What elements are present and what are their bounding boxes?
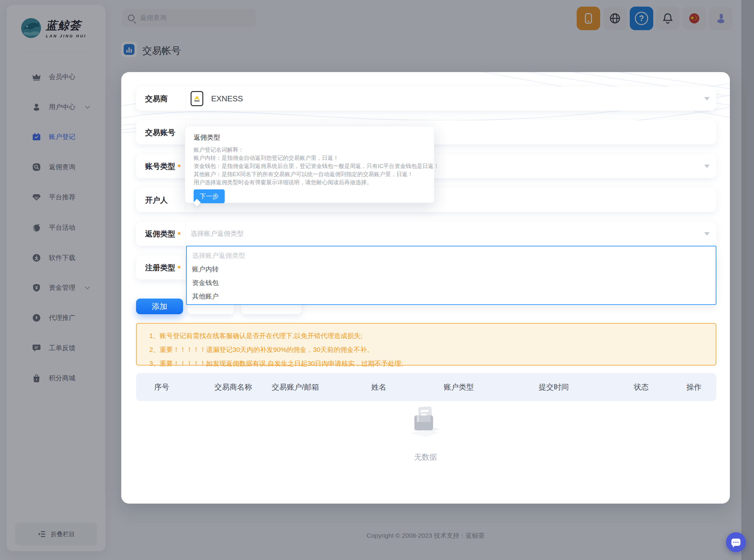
rebate-type-popover: 返佣类型 账户登记名词解释： 账户内转：是指佣金自动返到您登记的交易账户里，日返… [185,126,434,203]
popover-title: 返佣类型 [194,133,425,142]
rebate-type-dropdown: 选择账户返佣类型 账户内转 资金钱包 其他账户 [186,246,716,305]
field-label: 交易商 [136,86,186,111]
required-mark: * [178,162,181,172]
rebate-type-select[interactable]: 选择账户返佣类型 [186,222,716,246]
required-mark: * [178,230,181,239]
field-label: 开户人 [136,188,186,212]
col-account-type: 账户类型 [444,382,539,392]
broker-value: EXNESS [211,94,243,103]
popover-line: 账户登记名词解释： [194,146,425,154]
dropdown-option-other-account[interactable]: 其他账户 [187,289,716,303]
dropdown-option-placeholder[interactable]: 选择账户返佣类型 [187,249,716,262]
add-button[interactable]: 添加 [136,299,183,314]
dropdown-option-internal-transfer[interactable]: 账户内转 [187,262,716,276]
popover-line: 账户内转：是指佣金自动返到您登记的交易账户里，日返！ [194,154,425,162]
account-register-panel: 交易商 EXNESS 交易账号 账号类型* 开户人 返佣类型* [121,72,730,504]
notice-line: 1、账号登记前需找在线客服确认是否开在代理下,以免开错代理造成损失; [149,329,716,343]
col-name: 姓名 [371,382,444,392]
notice-box: 1、账号登记前需找在线客服确认是否开在代理下,以免开错代理造成损失; 2、重要！… [136,323,716,365]
no-data-icon [404,404,447,443]
rebate-type-placeholder: 选择账户返佣类型 [191,229,244,238]
dropdown-option-fund-wallet[interactable]: 资金钱包 [187,276,716,289]
field-label: 交易账号 [136,120,186,144]
col-actions: 操作 [687,382,701,392]
live-chat-button[interactable] [726,532,746,552]
form-row-broker: 交易商 EXNESS [136,86,716,111]
exness-logo-icon [191,91,203,106]
field-label: 账号类型* [136,154,186,178]
col-index: 序号 [154,382,215,392]
empty-state: 无数据 [121,404,730,462]
required-mark: * [178,264,181,273]
col-account-email: 交易账户/邮箱 [272,382,371,392]
accounts-table-header: 序号 交易商名称 交易账户/邮箱 姓名 账户类型 提交时间 状态 操作 [136,373,716,401]
col-status: 状态 [634,382,687,392]
field-label: 注册类型* [136,255,186,280]
caret-down-icon [704,97,710,100]
popover-line: 资金钱包：是指佣金返到返佣系统后台里，登记资金钱包一般是周返，只有IC平台资金钱… [194,162,425,170]
notice-line: 2、重要！！！！！遗漏登记30天内的补发90%的佣金，30天前的佣金不补。 [149,343,716,357]
popover-line: 其他账户：是指EX同名下的所有交易账户可以统一自动返佣到指定的交易账户里，日返！ [194,170,425,178]
app-root: 蓝鲸荟 LAN JING HUI 会员中心 用户中心 账户登记 返佣查询 平台推… [0,0,754,560]
field-label: 返佣类型* [136,222,186,246]
caret-down-icon [704,165,710,168]
form-row-rebate-type: 返佣类型* 选择账户返佣类型 [136,222,716,246]
caret-down-icon [704,232,710,236]
chat-dots-icon [731,539,740,546]
col-submit-time: 提交时间 [539,382,634,392]
notice-line: 3、重要！！！！！如发现返佣数据有误,自发生之日起30日内申请核实，过期不予处理… [149,357,716,371]
col-broker-name: 交易商名称 [215,382,272,392]
broker-select[interactable]: EXNESS [186,86,716,111]
popover-line: 用户选择返佣类型时会有弹窗展示详细说明，请您耐心阅读后再做选择。 [194,178,425,186]
empty-state-text: 无数据 [121,452,730,462]
